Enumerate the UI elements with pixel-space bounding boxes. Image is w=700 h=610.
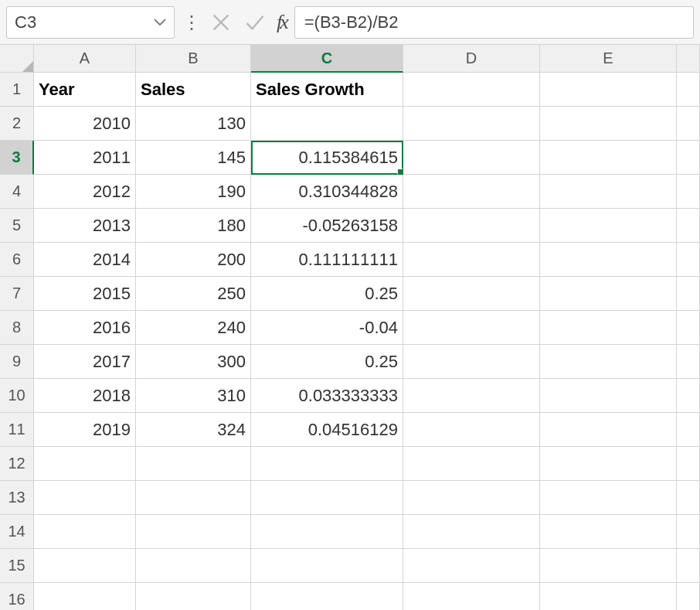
row-header-2[interactable]: 2 xyxy=(0,107,34,141)
col-header-A[interactable]: A xyxy=(34,45,136,73)
cell-B6[interactable]: 200 xyxy=(136,243,251,277)
cell-E13[interactable] xyxy=(540,481,677,515)
cell-D2[interactable] xyxy=(403,107,540,141)
cell-B1[interactable]: Sales xyxy=(136,73,251,107)
cell-B7[interactable]: 250 xyxy=(136,277,251,311)
cell-C15[interactable] xyxy=(251,549,403,583)
col-header-C[interactable]: C xyxy=(251,45,403,73)
cell-A8[interactable]: 2016 xyxy=(34,311,136,345)
confirm-formula-button[interactable] xyxy=(243,10,267,35)
cell-B15[interactable] xyxy=(136,549,251,583)
cell-D5[interactable] xyxy=(403,209,540,243)
row-header-7[interactable]: 7 xyxy=(0,277,34,311)
cell-A13[interactable] xyxy=(34,481,136,515)
insert-function-button[interactable]: fx xyxy=(277,11,287,34)
cell-C16[interactable] xyxy=(251,583,403,610)
cell-B9[interactable]: 300 xyxy=(136,345,251,379)
cell-A16[interactable] xyxy=(34,583,136,610)
cell-E6[interactable] xyxy=(540,243,677,277)
cell-B8[interactable]: 240 xyxy=(136,311,251,345)
cell-B16[interactable] xyxy=(136,583,251,610)
cell-D4[interactable] xyxy=(403,175,540,209)
row-header-11[interactable]: 11 xyxy=(0,413,34,447)
cell-A15[interactable] xyxy=(34,549,136,583)
cell-E10[interactable] xyxy=(540,379,677,413)
cell-B5[interactable]: 180 xyxy=(136,209,251,243)
row-header-13[interactable]: 13 xyxy=(0,481,34,515)
cell-A11[interactable]: 2019 xyxy=(34,413,136,447)
cell-A5[interactable]: 2013 xyxy=(34,209,136,243)
cell-B4[interactable]: 190 xyxy=(136,175,251,209)
cell-E15[interactable] xyxy=(540,549,677,583)
cell-D13[interactable] xyxy=(403,481,540,515)
cell-D15[interactable] xyxy=(403,549,540,583)
cell-E16[interactable] xyxy=(540,583,677,610)
cell-A6[interactable]: 2014 xyxy=(34,243,136,277)
select-all-corner[interactable] xyxy=(0,45,34,73)
cell-A14[interactable] xyxy=(34,515,136,549)
cell-D1[interactable] xyxy=(403,73,540,107)
col-header-D[interactable]: D xyxy=(403,45,540,73)
cell-C8[interactable]: -0.04 xyxy=(251,311,403,345)
cell-A9[interactable]: 2017 xyxy=(34,345,136,379)
name-box[interactable]: C3 xyxy=(6,6,175,39)
cancel-formula-button[interactable] xyxy=(209,10,233,35)
cell-E5[interactable] xyxy=(540,209,677,243)
row-header-1[interactable]: 1 xyxy=(0,73,34,107)
cell-D8[interactable] xyxy=(403,311,540,345)
cell-E9[interactable] xyxy=(540,345,677,379)
cell-A7[interactable]: 2015 xyxy=(34,277,136,311)
row-header-14[interactable]: 14 xyxy=(0,515,34,549)
cell-C7[interactable]: 0.25 xyxy=(251,277,403,311)
cell-E8[interactable] xyxy=(540,311,677,345)
col-header-B[interactable]: B xyxy=(136,45,251,73)
row-header-5[interactable]: 5 xyxy=(0,209,34,243)
cell-C1[interactable]: Sales Growth xyxy=(251,73,403,107)
cell-E14[interactable] xyxy=(540,515,677,549)
cell-B14[interactable] xyxy=(136,515,251,549)
cell-D10[interactable] xyxy=(403,379,540,413)
cell-D12[interactable] xyxy=(403,447,540,481)
cell-A10[interactable]: 2018 xyxy=(34,379,136,413)
cell-C12[interactable] xyxy=(251,447,403,481)
cell-A3[interactable]: 2011 xyxy=(34,141,136,175)
cell-A12[interactable] xyxy=(34,447,136,481)
cell-A1[interactable]: Year xyxy=(34,73,136,107)
cell-C3[interactable]: 0.115384615 xyxy=(251,141,403,175)
cell-B10[interactable]: 310 xyxy=(136,379,251,413)
cell-E3[interactable] xyxy=(540,141,677,175)
cell-C11[interactable]: 0.04516129 xyxy=(251,413,403,447)
col-header-E[interactable]: E xyxy=(540,45,677,73)
cell-D16[interactable] xyxy=(403,583,540,610)
cell-D14[interactable] xyxy=(403,515,540,549)
vertical-dots-icon[interactable]: ⋮ xyxy=(182,13,201,32)
cell-B12[interactable] xyxy=(136,447,251,481)
cell-E12[interactable] xyxy=(540,447,677,481)
row-header-16[interactable]: 16 xyxy=(0,583,34,610)
cell-E11[interactable] xyxy=(540,413,677,447)
cell-E4[interactable] xyxy=(540,175,677,209)
cell-E2[interactable] xyxy=(540,107,677,141)
cell-B13[interactable] xyxy=(136,481,251,515)
row-header-12[interactable]: 12 xyxy=(0,447,34,481)
formula-input[interactable]: =(B3-B2)/B2 xyxy=(294,6,694,39)
row-header-6[interactable]: 6 xyxy=(0,243,34,277)
row-header-3[interactable]: 3 xyxy=(0,141,34,175)
row-header-15[interactable]: 15 xyxy=(0,549,34,583)
row-header-8[interactable]: 8 xyxy=(0,311,34,345)
cell-D7[interactable] xyxy=(403,277,540,311)
cell-C9[interactable]: 0.25 xyxy=(251,345,403,379)
cell-C6[interactable]: 0.111111111 xyxy=(251,243,403,277)
cell-C14[interactable] xyxy=(251,515,403,549)
cell-B2[interactable]: 130 xyxy=(136,107,251,141)
row-header-10[interactable]: 10 xyxy=(0,379,34,413)
cell-E7[interactable] xyxy=(540,277,677,311)
cell-E1[interactable] xyxy=(540,73,677,107)
cell-A4[interactable]: 2012 xyxy=(34,175,136,209)
cell-D9[interactable] xyxy=(403,345,540,379)
row-header-9[interactable]: 9 xyxy=(0,345,34,379)
cell-C4[interactable]: 0.310344828 xyxy=(251,175,403,209)
cell-B11[interactable]: 324 xyxy=(136,413,251,447)
cell-D11[interactable] xyxy=(403,413,540,447)
cell-C13[interactable] xyxy=(251,481,403,515)
